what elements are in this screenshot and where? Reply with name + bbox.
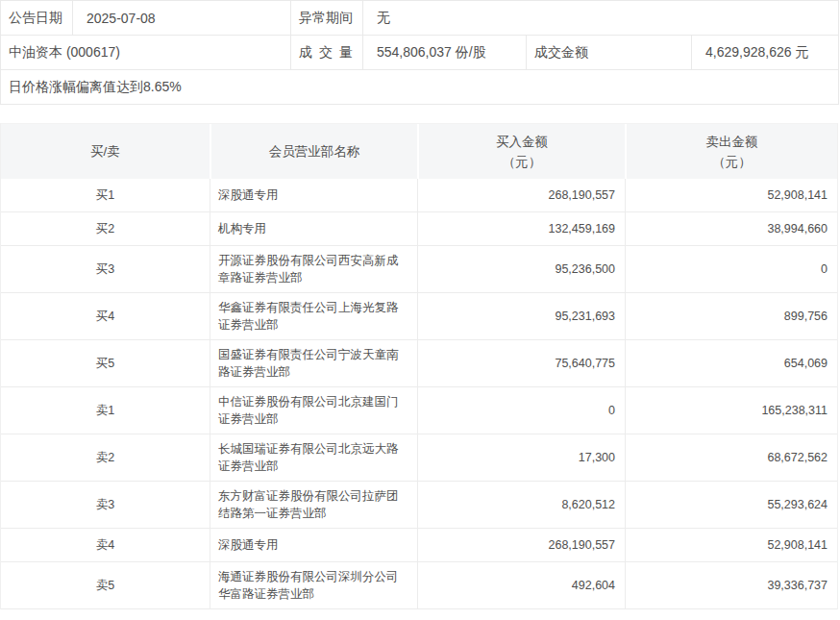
table-row: 卖4深股通专用268,190,55752,908,141 xyxy=(1,529,837,562)
sell-amount-cell: 654,069 xyxy=(625,340,837,386)
side-cell: 卖3 xyxy=(1,482,210,528)
table-row: 卖3东方财富证券股份有限公司拉萨团结路第一证券营业部8,620,51255,29… xyxy=(1,482,837,529)
buy-amount-cell: 8,620,512 xyxy=(417,482,625,528)
branch-cell: 长城国瑞证券有限公司北京远大路证券营业部 xyxy=(210,434,417,481)
broker-table-body: 买1深股通专用268,190,55752,908,141买2机构专用132,45… xyxy=(1,179,837,609)
buy-amount-cell: 17,300 xyxy=(417,434,625,481)
sell-amount-cell: 165,238,311 xyxy=(625,387,837,434)
sell-amount-cell: 38,994,660 xyxy=(625,212,837,245)
side-cell: 卖1 xyxy=(1,387,210,434)
buy-amount-cell: 0 xyxy=(417,387,625,434)
stock-name: 中油资本 (000617) xyxy=(1,36,291,70)
branch-cell: 开源证券股份有限公司西安高新成章路证券营业部 xyxy=(210,246,417,292)
table-row: 买2机构专用132,459,16938,994,660 xyxy=(1,212,837,246)
table-row: 卖1中信证券股份有限公司北京建国门证券营业部0165,238,311 xyxy=(1,387,837,434)
table-row: 买3开源证券股份有限公司西安高新成章路证券营业部95,236,5000 xyxy=(1,246,837,293)
info-row-3: 日价格涨幅偏离值达到8.65% xyxy=(1,70,839,105)
table-row: 买5国盛证券有限责任公司宁波天童南路证券营业部75,640,775654,069 xyxy=(1,340,837,387)
buy-amount-cell: 95,231,693 xyxy=(417,293,625,339)
buy-amount-cell: 75,640,775 xyxy=(417,340,625,386)
sell-amount-cell: 39,336,737 xyxy=(625,562,837,608)
lhb-page: 公告日期 2025-07-08 异常期间 无 中油资本 (000617) 成交量… xyxy=(0,0,840,620)
side-cell: 卖2 xyxy=(1,434,210,481)
table-row: 卖5海通证券股份有限公司深圳分公司华富路证券营业部492,60439,336,7… xyxy=(1,562,837,609)
sell-amount-cell: 0 xyxy=(625,246,837,292)
sell-amount-cell: 52,908,141 xyxy=(625,529,837,561)
branch-cell: 华鑫证券有限责任公司上海光复路证券营业部 xyxy=(210,293,417,339)
stock-info-panel: 公告日期 2025-07-08 异常期间 无 中油资本 (000617) 成交量… xyxy=(0,0,839,105)
buy-amount-cell: 492,604 xyxy=(417,562,625,608)
broker-table-header: 买/卖 会员营业部名称 买入金额 （元） 卖出金额 （元） xyxy=(1,124,837,179)
volume-value: 554,806,037 份/股 xyxy=(363,36,527,70)
abnormal-period-label: 异常期间 xyxy=(291,1,363,36)
abnormal-period-value: 无 xyxy=(363,1,839,36)
branch-cell: 海通证券股份有限公司深圳分公司华富路证券营业部 xyxy=(210,562,417,608)
sell-amount-cell: 899,756 xyxy=(625,293,837,339)
info-row-1: 公告日期 2025-07-08 异常期间 无 xyxy=(1,1,839,36)
header-side: 买/卖 xyxy=(1,124,210,179)
buy-amount-cell: 268,190,557 xyxy=(417,179,625,211)
branch-cell: 机构专用 xyxy=(210,212,417,245)
side-cell: 买1 xyxy=(1,179,210,211)
branch-cell: 东方财富证券股份有限公司拉萨团结路第一证券营业部 xyxy=(210,482,417,528)
info-row-2: 中油资本 (000617) 成交量 554,806,037 份/股 成交金额 4… xyxy=(1,36,839,70)
turnover-value: 4,629,928,626 元 xyxy=(692,36,839,70)
side-cell: 卖5 xyxy=(1,562,210,608)
volume-label: 成交量 xyxy=(291,36,363,70)
announce-date-value: 2025-07-08 xyxy=(73,1,291,36)
broker-table: 买/卖 会员营业部名称 买入金额 （元） 卖出金额 （元） 买1深股通专用268… xyxy=(0,123,838,609)
branch-cell: 深股通专用 xyxy=(210,179,417,211)
announce-date-label: 公告日期 xyxy=(1,1,73,36)
side-cell: 买2 xyxy=(1,212,210,245)
sell-amount-cell: 52,908,141 xyxy=(625,179,837,211)
buy-amount-cell: 132,459,169 xyxy=(417,212,625,245)
side-cell: 卖4 xyxy=(1,529,210,561)
buy-amount-cell: 268,190,557 xyxy=(417,529,625,561)
sell-amount-cell: 55,293,624 xyxy=(625,482,837,528)
header-sell-amount: 卖出金额 （元） xyxy=(625,124,837,179)
side-cell: 买4 xyxy=(1,293,210,339)
table-row: 买1深股通专用268,190,55752,908,141 xyxy=(1,179,837,212)
branch-cell: 国盛证券有限责任公司宁波天童南路证券营业部 xyxy=(210,340,417,386)
deviation-note: 日价格涨幅偏离值达到8.65% xyxy=(1,70,839,105)
header-branch-name: 会员营业部名称 xyxy=(210,124,417,179)
turnover-label: 成交金额 xyxy=(527,36,692,70)
sell-amount-cell: 68,672,562 xyxy=(625,434,837,481)
side-cell: 买3 xyxy=(1,246,210,292)
table-row: 买4华鑫证券有限责任公司上海光复路证券营业部95,231,693899,756 xyxy=(1,293,837,340)
side-cell: 买5 xyxy=(1,340,210,386)
branch-cell: 深股通专用 xyxy=(210,529,417,561)
branch-cell: 中信证券股份有限公司北京建国门证券营业部 xyxy=(210,387,417,434)
buy-amount-cell: 95,236,500 xyxy=(417,246,625,292)
table-row: 卖2长城国瑞证券有限公司北京远大路证券营业部17,30068,672,562 xyxy=(1,434,837,482)
header-buy-amount: 买入金额 （元） xyxy=(417,124,625,179)
